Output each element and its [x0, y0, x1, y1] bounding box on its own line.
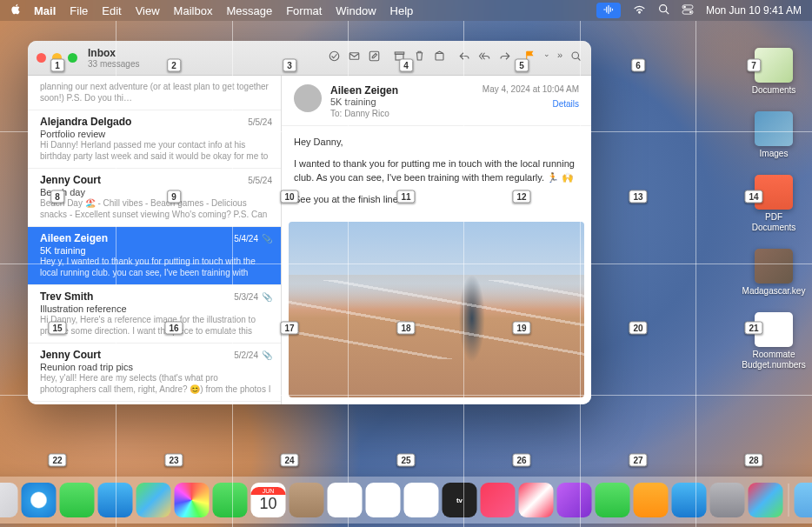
dock-launchpad[interactable]: [0, 483, 18, 517]
dock-facetime[interactable]: [213, 483, 248, 517]
menu-file[interactable]: File: [70, 4, 88, 17]
message-row[interactable]: Jenny Court5/2/24📎Reunion road trip pics…: [28, 344, 281, 402]
dock-separator: [789, 484, 789, 517]
envelope-icon[interactable]: [348, 50, 361, 66]
menu-message[interactable]: Message: [226, 4, 272, 17]
message-row[interactable]: Rich Dinh4/28/24📎Trip to Zion National P…: [28, 402, 281, 404]
desktop-item-images[interactable]: Images: [748, 111, 800, 159]
dock-safari[interactable]: [22, 483, 57, 517]
dock: JUN10 tv: [0, 477, 812, 524]
dock-downloads[interactable]: [795, 483, 813, 517]
menu-format[interactable]: Format: [286, 4, 322, 17]
desktop-item-keynote[interactable]: Madagascar.key: [748, 249, 800, 297]
apple-menu-icon[interactable]: [10, 3, 22, 17]
menu-window[interactable]: Window: [336, 4, 376, 17]
desktop-item-pdf[interactable]: PDF Documents: [748, 175, 800, 233]
attachment-image[interactable]: [289, 222, 584, 397]
mailbox-name: Inbox: [88, 47, 139, 59]
archive-icon[interactable]: [393, 50, 406, 66]
reply-icon[interactable]: [458, 50, 471, 66]
reader-body: Hey Danny, I wanted to thank you for put…: [282, 126, 591, 222]
junk-icon[interactable]: [433, 50, 446, 66]
dock-notes[interactable]: [366, 483, 401, 517]
svg-point-3: [683, 5, 686, 8]
menu-bar: Mail File Edit View Mailbox Message Form…: [0, 0, 812, 21]
dock-iphone-mirror[interactable]: [749, 483, 783, 517]
desktop-icons: Documents Images PDF Documents Madagasca…: [748, 48, 800, 370]
mail-toolbar: Inbox 33 messages ⌄ »: [28, 41, 591, 76]
flag-icon[interactable]: [523, 50, 536, 66]
svg-rect-9: [396, 54, 403, 60]
svg-point-11: [572, 52, 579, 59]
dock-calendar[interactable]: JUN10: [251, 483, 286, 517]
dock-appstore[interactable]: [672, 483, 707, 517]
dock-photos[interactable]: [175, 483, 210, 517]
dock-tv[interactable]: tv: [443, 483, 477, 517]
message-list[interactable]: planning our next adventure (or at least…: [28, 76, 282, 404]
dock-music[interactable]: [481, 483, 516, 517]
close-button[interactable]: [37, 53, 46, 63]
spotlight-icon[interactable]: [658, 3, 669, 17]
message-row[interactable]: Alejandra Delgado5/5/24Portfolio reviewH…: [28, 110, 281, 169]
message-row[interactable]: Aileen Zeigen5/4/24📎5K trainingHey y, I …: [28, 227, 281, 285]
desktop-item-numbers[interactable]: Roommate Budget.numbers: [748, 312, 800, 370]
forward-icon[interactable]: [498, 50, 511, 66]
dock-messages[interactable]: [60, 483, 95, 517]
svg-point-0: [660, 5, 667, 12]
reader-timestamp: May 4, 2024 at 10:04 AM: [483, 84, 579, 94]
details-link[interactable]: Details: [483, 99, 579, 109]
dock-mail[interactable]: [98, 483, 133, 517]
filter-icon[interactable]: [328, 50, 341, 66]
voice-control-icon[interactable]: [596, 3, 621, 18]
svg-point-4: [689, 10, 692, 13]
message-count: 33 messages: [88, 59, 139, 69]
more-icon[interactable]: »: [557, 50, 562, 66]
dock-numbers[interactable]: [596, 483, 630, 517]
minimize-button[interactable]: [52, 53, 62, 63]
message-row[interactable]: Trev Smith5/3/24📎Illustration referenceH…: [28, 285, 281, 344]
svg-point-5: [329, 51, 339, 61]
dock-settings[interactable]: [710, 483, 745, 517]
dock-reminders[interactable]: [328, 483, 363, 517]
dock-freeform[interactable]: [404, 483, 439, 517]
message-row[interactable]: planning our next adventure (or at least…: [28, 76, 281, 110]
dock-maps[interactable]: [136, 483, 171, 517]
svg-rect-7: [369, 51, 379, 61]
dock-news[interactable]: [519, 483, 554, 517]
menu-view[interactable]: View: [136, 4, 160, 17]
svg-rect-6: [349, 53, 359, 60]
reader-sender: Aileen Zeigen: [330, 84, 483, 97]
compose-icon[interactable]: [368, 50, 381, 66]
menu-edit[interactable]: Edit: [102, 4, 121, 17]
dock-contacts[interactable]: [290, 483, 324, 517]
desktop-item-documents[interactable]: Documents: [748, 48, 800, 96]
app-name[interactable]: Mail: [34, 4, 56, 17]
control-center-icon[interactable]: [682, 4, 694, 17]
trash-icon[interactable]: [413, 50, 426, 66]
zoom-button[interactable]: [68, 53, 77, 63]
chevron-down-icon[interactable]: ⌄: [543, 50, 550, 66]
message-row[interactable]: Jenny Court5/5/24Beach dayBeach Day 🏖️ -…: [28, 169, 281, 227]
search-icon[interactable]: [569, 50, 582, 66]
menu-mailbox[interactable]: Mailbox: [174, 4, 213, 17]
reply-all-icon[interactable]: [478, 50, 491, 66]
dock-pages[interactable]: [634, 483, 669, 517]
reader-subject: 5K training: [330, 97, 483, 107]
avatar: [294, 84, 322, 112]
window-controls: [37, 53, 77, 63]
inbox-title: Inbox 33 messages: [88, 47, 139, 69]
svg-rect-10: [436, 54, 443, 61]
dock-podcasts[interactable]: [557, 483, 592, 517]
wifi-icon[interactable]: [633, 4, 646, 17]
clock[interactable]: Mon Jun 10 9:41 AM: [706, 4, 802, 17]
mail-window: Inbox 33 messages ⌄ »: [28, 41, 591, 404]
menu-help[interactable]: Help: [390, 4, 414, 17]
message-reader: Aileen Zeigen 5K training To: Danny Rico…: [282, 76, 591, 404]
reader-to: To: Danny Rico: [330, 109, 483, 118]
